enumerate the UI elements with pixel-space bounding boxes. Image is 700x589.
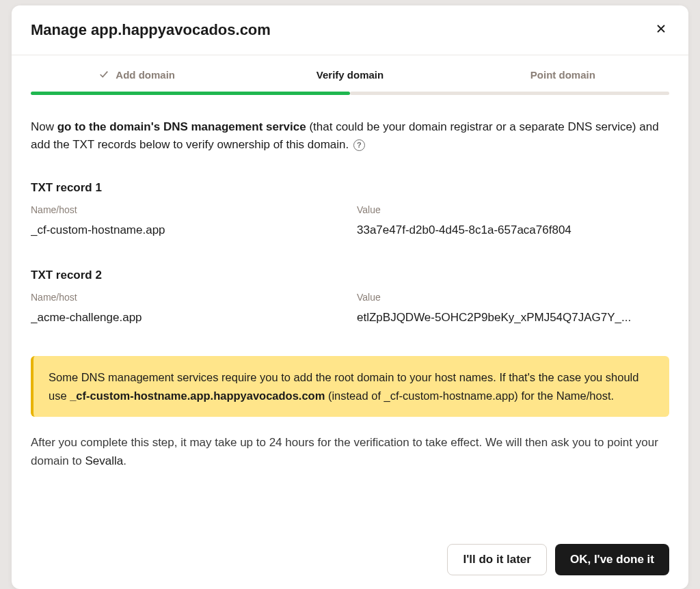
record-title: TXT record 1 [31,181,669,195]
value-label: Value [357,292,669,303]
modal-footer: I'll do it later OK, I've done it [12,533,688,589]
record-value-col: Value etlZpBJQDWe-5OHC2P9beKy_xPMJ54Q7JA… [357,292,669,325]
warning-box: Some DNS management services require you… [31,356,669,417]
record-title: TXT record 2 [31,269,669,282]
name-host-value[interactable]: _cf-custom-hostname.app [31,223,343,237]
after-note: After you complete this step, it may tak… [31,433,669,470]
record-name-col: Name/host _acme-challenge.app [31,292,343,325]
txt-record-2: TXT record 2 Name/host _acme-challenge.a… [31,269,669,325]
record-value-col: Value 33a7e47f-d2b0-4d45-8c1a-657aca76f8… [357,204,669,237]
record-row: Name/host _cf-custom-hostname.app Value … [31,204,669,237]
modal-content: Now go to the domain's DNS management se… [12,95,688,533]
manage-domain-modal: Manage app.happyavocados.com Add domain … [12,5,688,589]
close-icon [656,23,667,37]
record-name-col: Name/host _cf-custom-hostname.app [31,204,343,237]
modal-title: Manage app.happyavocados.com [31,21,271,39]
after-note-suffix: . [123,454,126,467]
ok-done-button[interactable]: OK, I've done it [555,544,669,575]
record-row: Name/host _acme-challenge.app Value etlZ… [31,292,669,325]
name-host-value[interactable]: _acme-challenge.app [31,311,343,325]
step-label: Add domain [116,69,175,81]
warning-suffix: (instead of _cf-custom-hostname.app) for… [325,389,614,402]
txt-record-1: TXT record 1 Name/host _cf-custom-hostna… [31,181,669,237]
value-value[interactable]: 33a7e47f-d2b0-4d45-8c1a-657aca76f804 [357,223,669,237]
step-point-domain: Point domain [457,69,669,92]
instructions-text: Now go to the domain's DNS management se… [31,118,669,154]
value-value[interactable]: etlZpBJQDWe-5OHC2P9beKy_xPMJ54Q7JAG7Y_..… [357,311,669,325]
instructions-bold: go to the domain's DNS management servic… [57,120,306,133]
step-label: Verify domain [317,69,383,81]
check-icon [99,70,109,82]
step-label: Point domain [530,69,595,81]
help-icon[interactable]: ? [353,139,365,151]
stepper: Add domain Verify domain Point domain [12,55,688,92]
value-label: Value [357,204,669,215]
step-verify-domain: Verify domain [243,69,456,92]
close-button[interactable] [653,20,669,40]
modal-header: Manage app.happyavocados.com [12,5,688,55]
name-host-label: Name/host [31,292,343,303]
name-host-label: Name/host [31,204,343,215]
do-later-button[interactable]: I'll do it later [447,544,546,575]
instructions-prefix: Now [31,120,57,133]
warning-bold: _cf-custom-hostname.app.happyavocados.co… [70,389,325,402]
brand-name: Sevalla [85,454,123,467]
step-add-domain: Add domain [31,69,243,92]
